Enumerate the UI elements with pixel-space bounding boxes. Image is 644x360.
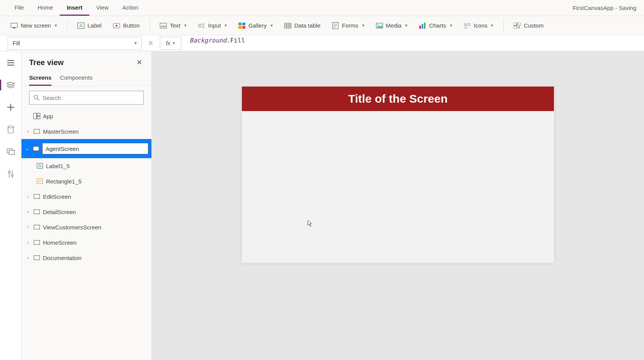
tree-homescreen[interactable]: › HomeScreen: [21, 235, 151, 250]
tree-tabs: Screens Components: [21, 71, 151, 86]
screen-icon: [33, 128, 41, 135]
menu-file[interactable]: File: [8, 0, 31, 16]
expand-icon[interactable]: ›: [25, 209, 31, 214]
expand-icon[interactable]: ›: [25, 129, 31, 134]
data-button[interactable]: [5, 123, 17, 136]
svg-rect-54: [34, 129, 40, 134]
search-box[interactable]: [29, 91, 144, 105]
tree-editscreen[interactable]: › EditScreen: [21, 189, 151, 204]
svg-point-11: [202, 26, 204, 28]
text-button[interactable]: Abc Text ▾: [157, 20, 190, 31]
chevron-down-icon: ▾: [55, 23, 57, 28]
svg-point-26: [377, 24, 378, 25]
tree-item-label: HomeScreen: [43, 239, 77, 246]
tree-documentation[interactable]: › Documentation: [21, 250, 151, 265]
button-button[interactable]: Button: [110, 20, 143, 31]
advanced-button[interactable]: [5, 168, 17, 180]
charts-icon: [419, 22, 426, 29]
search-input[interactable]: [43, 95, 140, 101]
chevron-down-icon: ▾: [225, 23, 227, 28]
screen-title-bar[interactable]: Title of the Screen: [242, 87, 554, 111]
svg-point-10: [202, 23, 204, 25]
menu-action[interactable]: Action: [115, 0, 145, 16]
tree-label1-5[interactable]: Label1_5: [21, 158, 151, 173]
media-label: Media: [386, 22, 402, 29]
tree-agentscreen-selected[interactable]: ⌄: [21, 139, 151, 158]
tree-view-button[interactable]: [5, 79, 17, 91]
custom-button[interactable]: Custom: [511, 20, 547, 31]
ribbon: New screen ▾ Label Button Abc Text ▾ Inp…: [0, 16, 644, 35]
tab-screens[interactable]: Screens: [29, 71, 51, 86]
separator: [67, 19, 67, 32]
screen-preview[interactable]: Title of the Screen: [242, 87, 554, 263]
chevron-down-icon: ▾: [271, 23, 273, 28]
search-icon: [33, 95, 39, 101]
charts-button[interactable]: Charts ▾: [416, 20, 455, 31]
menu-view[interactable]: View: [89, 0, 115, 16]
svg-rect-15: [242, 26, 245, 29]
menu-items: File Home Insert View Action: [8, 0, 145, 16]
text-label: Text: [170, 22, 181, 29]
screen-icon: [33, 224, 41, 231]
svg-rect-60: [34, 225, 40, 229]
text-icon: Abc: [160, 22, 167, 29]
tree-viewcustomersscreen[interactable]: › ViewCustomersScreen: [21, 219, 151, 235]
tree-detailscreen[interactable]: › DetailScreen: [21, 204, 151, 219]
svg-text:Abc: Abc: [161, 25, 166, 28]
insert-button[interactable]: [5, 101, 17, 113]
expand-icon[interactable]: ›: [25, 194, 31, 199]
svg-rect-57: [37, 179, 43, 184]
formula-input[interactable]: Background.Fill: [186, 37, 636, 50]
input-button[interactable]: Input ▾: [195, 20, 230, 31]
rename-input[interactable]: [42, 143, 148, 154]
table-icon: [284, 22, 291, 29]
svg-rect-53: [37, 116, 40, 119]
media-button[interactable]: Media ▾: [373, 20, 411, 31]
menu-home[interactable]: Home: [31, 0, 60, 16]
new-screen-button[interactable]: New screen ▾: [8, 20, 60, 31]
svg-rect-62: [34, 256, 40, 260]
expand-icon[interactable]: ›: [25, 224, 31, 230]
tree-item-label: Label1_5: [46, 163, 70, 169]
tree-masterscreen[interactable]: › MasterScreen: [21, 124, 151, 139]
search-wrap: [21, 86, 151, 108]
canvas-area[interactable]: Title of the Screen: [152, 51, 644, 360]
screen-icon: [33, 193, 41, 200]
expand-icon[interactable]: ›: [25, 240, 31, 245]
icons-label: Icons: [474, 22, 488, 29]
main-area: Tree view ✕ Screens Components App: [0, 51, 644, 360]
close-icon[interactable]: ✕: [135, 57, 144, 68]
screen-icon: [33, 239, 41, 246]
property-selector[interactable]: Fill ▾: [8, 37, 142, 50]
collapse-icon[interactable]: ⌄: [25, 146, 30, 151]
tree-rectangle1-5[interactable]: Rectangle1_5: [21, 173, 151, 189]
media-panel-button[interactable]: [5, 146, 17, 158]
formula-object: Background: [190, 37, 227, 44]
input-label: Input: [208, 22, 221, 29]
tab-components[interactable]: Components: [60, 71, 92, 86]
forms-button[interactable]: Forms ▾: [329, 20, 368, 31]
separator: [503, 19, 504, 32]
tree-app-label: App: [43, 113, 53, 119]
gallery-button[interactable]: Gallery ▾: [235, 20, 276, 31]
new-screen-label: New screen: [21, 22, 51, 29]
svg-rect-14: [238, 26, 242, 29]
svg-line-50: [38, 99, 39, 101]
media-icon: [376, 22, 383, 29]
rectangle-icon: [36, 178, 44, 185]
datatable-button[interactable]: Data table: [281, 20, 324, 31]
custom-icon: [514, 22, 521, 29]
forms-label: Forms: [342, 22, 358, 29]
left-rail: [0, 51, 21, 360]
gallery-label: Gallery: [248, 22, 267, 29]
button-label: Button: [123, 22, 140, 29]
menu-insert[interactable]: Insert: [60, 0, 89, 16]
hamburger-button[interactable]: [5, 57, 17, 69]
expand-icon[interactable]: ›: [25, 255, 31, 260]
icons-button[interactable]: Icons ▾: [461, 20, 497, 31]
fx-button[interactable]: fx ▾: [160, 37, 181, 50]
svg-rect-59: [34, 210, 40, 214]
input-icon: [198, 22, 205, 29]
label-button[interactable]: Label: [74, 20, 105, 31]
tree-app-node[interactable]: App: [21, 108, 151, 124]
